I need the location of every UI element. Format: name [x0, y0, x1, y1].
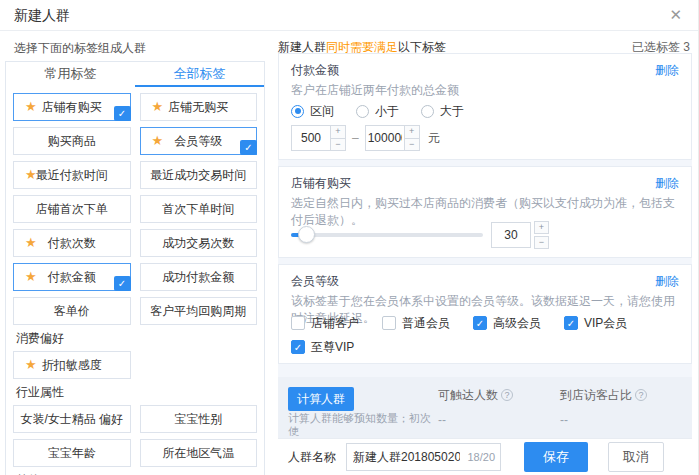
days-decrement-button[interactable]: −	[534, 236, 549, 249]
close-icon[interactable]: ✕	[669, 6, 682, 24]
reachable-count-value: --	[438, 413, 446, 427]
radio-on-icon	[291, 105, 304, 118]
card-store-has-purchase: 店铺有购买 删除 选定自然日内，购买过本店商品的消费者（购买以支付成功为准，包括…	[278, 166, 692, 258]
checkbox-off-icon	[291, 316, 305, 330]
tag-first-order-time[interactable]: 首次下单时间	[140, 195, 258, 223]
card-title: 店铺有购买	[291, 175, 351, 191]
tag-selection-panel: 选择下面的标签组成人群 常用标签 全部标签 ★店铺有购买✓ ★店铺无购买 购买商…	[0, 31, 272, 475]
visit-ratio-value: --	[560, 413, 568, 427]
radio-less-than[interactable]: 小于	[356, 103, 399, 120]
section-other: 其他	[13, 467, 264, 475]
cancel-button[interactable]: 取消	[608, 442, 664, 472]
days-input[interactable]	[491, 222, 531, 248]
char-counter: 18/20	[467, 451, 495, 463]
tag-grid-main: ★店铺有购买✓ ★店铺无购买 购买商品 ★会员等级✓ ★最近付款时间 最近成功交…	[6, 87, 264, 325]
star-icon: ★	[25, 358, 37, 372]
tag-store-no-purchase[interactable]: ★店铺无购买	[140, 93, 258, 121]
delete-payment-amount-link[interactable]: 删除	[655, 62, 679, 78]
min-increment-button[interactable]: +	[331, 125, 346, 139]
tag-womens-wear-preference[interactable]: 女装/女士精品 偏好	[13, 405, 131, 433]
tag-payment-amount[interactable]: ★付款金额✓	[13, 263, 131, 291]
tag-baby-gender[interactable]: 宝宝性别	[140, 405, 258, 433]
star-icon: ★	[25, 270, 37, 284]
selected-tags-panel: 新建人群同时需要满足以下标签 已选标签 3 付款金额 删除 客户在店铺近两年付款…	[278, 31, 692, 475]
save-button[interactable]: 保存	[524, 442, 588, 472]
tag-baby-age[interactable]: 宝宝年龄	[13, 439, 131, 467]
delete-member-level-link[interactable]: 删除	[655, 273, 679, 289]
right-header-text: 新建人群同时需要满足以下标签	[278, 39, 446, 53]
card-desc: 客户在店铺近两年付款的总金额	[291, 82, 679, 96]
max-increment-button[interactable]: +	[405, 125, 420, 139]
card-title: 付款金额	[291, 62, 339, 78]
group-name-label: 人群名称	[288, 449, 336, 466]
radio-between[interactable]: 区间	[291, 103, 334, 120]
checkbox-off-icon	[382, 316, 396, 330]
tag-store-has-purchase[interactable]: ★店铺有购买✓	[13, 93, 131, 121]
delete-store-purchase-link[interactable]: 删除	[655, 175, 679, 191]
check-icon: ✓	[114, 106, 131, 121]
min-amount-input[interactable]	[291, 125, 331, 151]
checkbox-on-icon: ✓	[473, 316, 487, 330]
tag-success-trade-count[interactable]: 成功交易次数	[140, 229, 258, 257]
max-decrement-button[interactable]: −	[405, 139, 420, 152]
create-group-dialog: 新建人群 ✕ 选择下面的标签组成人群 常用标签 全部标签 ★店铺有购买✓ ★店铺…	[0, 0, 699, 475]
dialog-footer: 人群名称 18/20 保存 取消	[278, 438, 692, 475]
tag-library: 常用标签 全部标签 ★店铺有购买✓ ★店铺无购买 购买商品 ★会员等级✓ ★最近…	[5, 61, 265, 475]
tag-discount-sensitivity[interactable]: ★折扣敏感度	[13, 351, 131, 379]
radio-greater-than[interactable]: 大于	[421, 103, 464, 120]
days-increment-button[interactable]: +	[534, 221, 549, 234]
tag-member-level[interactable]: ★会员等级✓	[140, 127, 258, 155]
radio-off-icon	[356, 105, 369, 118]
card-desc: 该标签基于您在会员体系中设置的会员等级。该数据延迟一天，请您使用时注意此延迟。	[291, 293, 679, 307]
tag-purchased-items[interactable]: 购买商品	[13, 127, 131, 155]
star-icon: ★	[152, 134, 164, 148]
tag-avg-repurchase-cycle[interactable]: 客户平均回购周期	[140, 297, 258, 325]
right-header: 新建人群同时需要满足以下标签 已选标签 3	[278, 31, 692, 53]
checkbox-premium-member[interactable]: ✓高级会员	[473, 315, 564, 331]
max-amount-input[interactable]	[365, 125, 405, 151]
amount-range-inputs: +− – +− 元	[291, 125, 679, 151]
left-subheader: 选择下面的标签组成人群	[0, 31, 272, 57]
section-consume-preference: 消费偏好	[13, 325, 264, 345]
visit-ratio-label: 到店访客占比?	[560, 387, 647, 404]
star-icon: ★	[152, 100, 164, 114]
star-icon: ★	[25, 168, 37, 182]
tag-avg-order-value[interactable]: 客单价	[13, 297, 131, 325]
range-type-radios: 区间 小于 大于	[291, 103, 679, 119]
tab-common-tags[interactable]: 常用标签	[6, 62, 135, 87]
range-dash: –	[352, 131, 359, 145]
days-slider-handle[interactable]	[298, 226, 315, 243]
card-payment-amount: 付款金额 删除 客户在店铺近两年付款的总金额 区间 小于 大于 +− –	[278, 53, 692, 160]
calculate-group-button[interactable]: 计算人群	[288, 387, 354, 411]
star-icon: ★	[25, 100, 37, 114]
dialog-header: 新建人群 ✕	[0, 0, 698, 31]
checkbox-vip-member[interactable]: ✓VIP会员	[564, 315, 655, 331]
calc-stats-section: 计算人群 计算人群能够预知数量；初次使 用人群时，24小时后才有数据 可触达人数…	[278, 377, 692, 438]
card-desc: 选定自然日内，购买过本店商品的消费者（购买以支付成功为准，包括支付后退款）。	[291, 195, 679, 209]
selected-tags-list: 付款金额 删除 客户在店铺近两年付款的总金额 区间 小于 大于 +− –	[278, 53, 692, 401]
min-decrement-button[interactable]: −	[331, 139, 346, 152]
section-industry-attrs: 行业属性	[13, 379, 264, 399]
days-slider-track[interactable]	[291, 233, 483, 237]
help-icon[interactable]: ?	[501, 389, 513, 401]
tag-success-payment-amount[interactable]: 成功付款金额	[140, 263, 258, 291]
tag-region-temperature[interactable]: 所在地区气温	[140, 439, 258, 467]
check-icon: ✓	[240, 140, 257, 155]
tag-tabs: 常用标签 全部标签	[6, 62, 264, 87]
checkbox-supreme-vip[interactable]: ✓至尊VIP	[291, 339, 382, 355]
tag-recent-payment-time[interactable]: ★最近付款时间	[13, 161, 131, 189]
help-icon[interactable]: ?	[635, 389, 647, 401]
card-title: 会员等级	[291, 273, 339, 289]
tag-store-first-order[interactable]: 店铺首次下单	[13, 195, 131, 223]
tag-recent-success-trade-time[interactable]: 最近成功交易时间	[140, 161, 258, 189]
card-member-level: 会员等级 删除 该标签基于您在会员体系中设置的会员等级。该数据延迟一天，请您使用…	[278, 264, 692, 364]
group-name-field: 18/20	[346, 443, 501, 471]
member-level-options-row2: ✓至尊VIP	[291, 339, 679, 355]
checkbox-on-icon: ✓	[564, 316, 578, 330]
radio-off-icon	[421, 105, 434, 118]
checkbox-regular-member[interactable]: 普通会员	[382, 315, 473, 331]
tab-all-tags[interactable]: 全部标签	[135, 62, 264, 87]
currency-unit: 元	[428, 130, 440, 147]
tag-payment-count[interactable]: ★付款次数	[13, 229, 131, 257]
checkbox-store-customer[interactable]: 店铺客户	[291, 315, 382, 331]
